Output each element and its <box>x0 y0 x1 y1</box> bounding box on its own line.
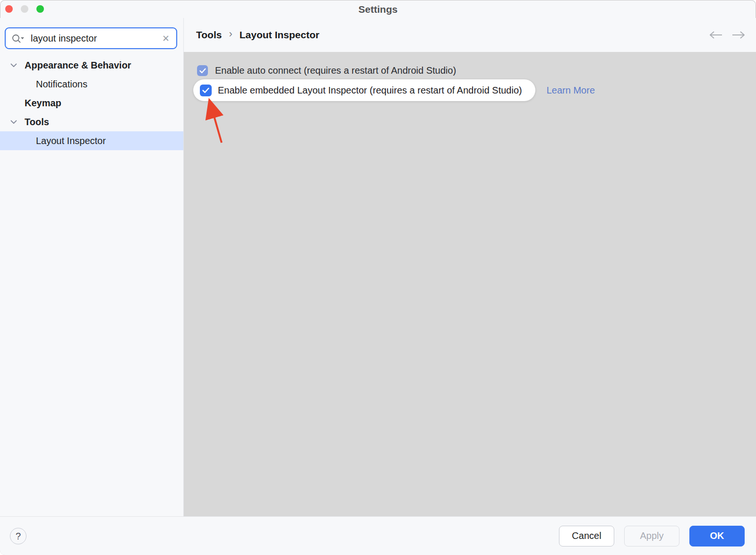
search-input[interactable] <box>30 33 161 44</box>
ok-button[interactable]: OK <box>689 526 745 546</box>
sidebar-item-keymap[interactable]: Keymap <box>0 94 183 112</box>
forward-arrow-icon[interactable] <box>731 31 746 39</box>
auto-connect-checkbox[interactable] <box>197 65 208 76</box>
sidebar-item-layout-inspector[interactable]: Layout Inspector <box>0 131 183 150</box>
clear-search-icon[interactable]: ✕ <box>161 33 171 44</box>
settings-main-panel: Tools › Layout Inspector <box>184 18 756 516</box>
cancel-button[interactable]: Cancel <box>559 526 614 546</box>
checkmark-icon <box>202 87 209 94</box>
dialog-footer: ? Cancel Apply OK <box>0 516 756 555</box>
search-highlight-pill: Enable embedded Layout Inspector (requir… <box>193 79 535 101</box>
sidebar-item-label: Tools <box>25 117 49 128</box>
zoom-window-icon[interactable] <box>36 5 44 13</box>
sidebar-item-notifications[interactable]: Notifications <box>0 75 183 94</box>
question-mark-icon: ? <box>16 530 21 541</box>
breadcrumb-tools[interactable]: Tools <box>196 29 222 41</box>
chevron-down-icon[interactable] <box>10 120 17 124</box>
chevron-down-icon[interactable] <box>10 63 17 68</box>
option-enable-embedded-row: Enable embedded Layout Inspector (requir… <box>193 79 595 101</box>
window-title: Settings <box>0 0 756 19</box>
settings-tree: Appearance & Behavior Notifications Keym… <box>0 56 183 150</box>
main-header: Tools › Layout Inspector <box>184 18 756 52</box>
help-button[interactable]: ? <box>10 528 26 544</box>
breadcrumb-layout-inspector: Layout Inspector <box>240 29 319 41</box>
learn-more-link[interactable]: Learn More <box>547 85 595 96</box>
search-icon <box>12 34 25 43</box>
annotation-red-arrow <box>184 52 756 516</box>
option-enable-auto-connect: Enable auto connect (requires a restart … <box>197 65 456 76</box>
checkmark-icon <box>199 68 206 74</box>
embedded-layout-inspector-checkbox[interactable] <box>200 85 212 96</box>
minimize-window-icon[interactable] <box>21 5 28 13</box>
history-navigation <box>709 31 746 39</box>
titlebar: Settings <box>0 0 756 18</box>
close-window-icon[interactable] <box>5 5 13 13</box>
sidebar-item-appearance-behavior[interactable]: Appearance & Behavior <box>0 56 183 75</box>
back-arrow-icon[interactable] <box>709 31 723 39</box>
sidebar-item-label: Notifications <box>36 79 87 90</box>
breadcrumb: Tools › Layout Inspector <box>196 29 319 41</box>
auto-connect-label: Enable auto connect (requires a restart … <box>215 65 456 76</box>
settings-search-box[interactable]: ✕ <box>5 27 177 49</box>
settings-window: Settings ✕ Appearance & Behavior <box>0 0 756 555</box>
sidebar-item-tools[interactable]: Tools <box>0 112 183 131</box>
sidebar-item-label: Appearance & Behavior <box>25 60 131 71</box>
embedded-layout-inspector-label: Enable embedded Layout Inspector (requir… <box>218 85 522 96</box>
traffic-lights <box>5 5 44 13</box>
footer-buttons: Cancel Apply OK <box>559 526 745 546</box>
breadcrumb-separator: › <box>229 28 232 40</box>
apply-button[interactable]: Apply <box>624 526 679 546</box>
sidebar-item-label: Layout Inspector <box>36 136 106 146</box>
sidebar-item-label: Keymap <box>25 98 61 109</box>
layout-inspector-settings-content: Enable auto connect (requires a restart … <box>184 52 756 516</box>
settings-sidebar: ✕ Appearance & Behavior Notifications Ke… <box>0 18 184 516</box>
